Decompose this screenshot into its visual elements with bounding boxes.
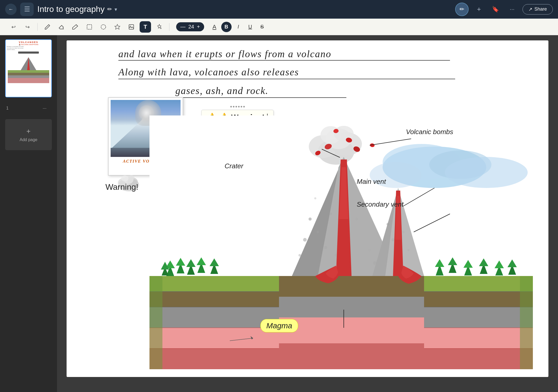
svg-point-46 — [360, 230, 363, 234]
page-more-button[interactable]: ··· — [38, 102, 51, 114]
main-layout: VOLCANOES 🌋 VOLCANIC ERUPTIONS A volcano… — [0, 35, 558, 392]
italic-button[interactable]: I — [233, 22, 244, 32]
text-tool-button[interactable]: T — [140, 21, 151, 33]
add-page-label: Add page — [20, 137, 38, 142]
font-size-decrease-button[interactable]: — — [180, 24, 185, 30]
thumbnail-content: VOLCANOES 🌋 VOLCANIC ERUPTIONS A volcano… — [6, 40, 51, 97]
svg-marker-79 — [149, 276, 162, 369]
page-more-icon: ··· — [42, 106, 46, 111]
svg-rect-61 — [149, 349, 279, 369]
header-left: ← ☰ Intro to geography ✏ ▾ — [5, 3, 451, 16]
svg-point-4 — [130, 26, 131, 26]
pencil-tool-button[interactable] — [70, 21, 81, 33]
svg-point-45 — [355, 218, 358, 220]
magic-tool-button[interactable] — [154, 21, 165, 33]
thumb-subtitle: 🌋 VOLCANIC ERUPTIONS — [6, 43, 51, 45]
svg-point-21 — [445, 157, 528, 188]
svg-point-40 — [324, 246, 327, 249]
undo-button[interactable]: ↩ — [8, 21, 19, 33]
svg-point-39 — [303, 238, 307, 242]
drag-handle[interactable] — [230, 106, 245, 107]
svg-point-38 — [317, 231, 319, 233]
svg-rect-8 — [8, 78, 49, 83]
magma-label: Magma — [260, 319, 298, 332]
underline-icon: U — [248, 24, 252, 30]
add-page-button[interactable]: + Add page — [5, 119, 52, 150]
undo-icon: ↩ — [11, 24, 16, 30]
canvas-area: and lava when it erupts or flows from a … — [57, 35, 558, 392]
pen-icon — [44, 24, 51, 30]
hw-text-line1: and lava when it erupts or flows from a … — [118, 48, 331, 60]
star-icon — [114, 24, 120, 30]
svg-point-52 — [387, 223, 389, 226]
svg-point-41 — [330, 213, 332, 215]
bold-button[interactable]: B — [221, 22, 232, 32]
pen-tool-button[interactable] — [42, 21, 53, 33]
back-icon: ← — [8, 6, 13, 12]
volcanic-bombs-label: Volcanic bombs — [406, 128, 453, 136]
header-right: ✏ + 🔖 ··· ↗ Share — [455, 3, 553, 16]
thumb-text: A volcano is an opening in the earth's c… — [6, 46, 51, 50]
svg-point-55 — [407, 249, 410, 251]
eraser-icon — [58, 24, 65, 30]
strikethrough-icon: S — [260, 24, 264, 30]
share-icon: ↗ — [528, 6, 532, 12]
add-icon: + — [477, 5, 481, 13]
main-vent-label: Main vent — [357, 178, 386, 186]
toolbar-separator-2 — [169, 23, 169, 31]
page-canvas[interactable]: and lava when it erupts or flows from a … — [67, 40, 548, 377]
page-thumbnail-1[interactable]: VOLCANOES 🌋 VOLCANIC ERUPTIONS A volcano… — [5, 39, 52, 97]
svg-rect-70 — [279, 343, 424, 369]
toolbar-separator-1 — [37, 23, 38, 31]
share-label: Share — [534, 6, 547, 12]
select-tool-button[interactable] — [84, 21, 95, 33]
redo-icon: ↪ — [25, 24, 30, 30]
svg-point-15 — [121, 175, 128, 182]
star-tool-button[interactable] — [112, 21, 123, 33]
strikethrough-button[interactable]: S — [257, 22, 267, 32]
thumb-diagram-svg — [6, 55, 51, 83]
back-button[interactable]: ← — [5, 4, 17, 15]
font-size-increase-button[interactable]: + — [197, 24, 200, 30]
warning-canvas-label: Warning! — [105, 182, 138, 192]
secondary-vent-label: Secondary vent — [357, 200, 404, 208]
underline-button[interactable]: U — [245, 22, 255, 32]
volcano-diagram-svg — [149, 115, 533, 369]
share-button[interactable]: ↗ Share — [523, 4, 553, 14]
page-number: 1 — [6, 106, 9, 111]
lasso-tool-button[interactable] — [98, 21, 109, 33]
font-size-value: 24 — [188, 24, 195, 30]
avatar-pencil-icon: ✏ — [460, 6, 464, 13]
underline-3 — [175, 97, 346, 98]
magic-icon — [156, 24, 162, 30]
add-page-plus-icon: + — [26, 127, 31, 135]
redo-button[interactable]: ↪ — [22, 21, 33, 33]
bookmark-button[interactable]: 🔖 — [489, 3, 502, 16]
svg-point-44 — [314, 197, 316, 199]
underline-1 — [118, 60, 450, 61]
bookmark-icon: 🔖 — [492, 6, 499, 13]
font-color-button[interactable]: A — [209, 22, 220, 32]
italic-icon: I — [238, 24, 239, 30]
header: ← ☰ Intro to geography ✏ ▾ ✏ + 🔖 ··· ↗ S… — [0, 0, 558, 19]
eraser-tool-button[interactable] — [56, 21, 67, 33]
title-pencil-icon: ✏ — [107, 6, 112, 13]
crater-label: Crater — [225, 162, 243, 170]
avatar-button[interactable]: ✏ — [455, 3, 469, 16]
font-size-control: — 24 + — [176, 22, 204, 31]
add-page-header-button[interactable]: + — [473, 3, 485, 16]
more-options-button[interactable]: ··· — [506, 3, 518, 16]
image-icon — [128, 24, 134, 30]
image-tool-button[interactable] — [126, 21, 137, 33]
title-chevron-icon[interactable]: ▾ — [115, 6, 117, 12]
svg-rect-0 — [87, 25, 92, 29]
font-color-icon: A — [212, 24, 216, 30]
thumb-title: VOLCANOES — [6, 40, 51, 43]
more-icon: ··· — [510, 6, 514, 13]
sidebar: VOLCANOES 🌋 VOLCANIC ERUPTIONS A volcano… — [0, 35, 57, 392]
svg-point-1 — [101, 25, 106, 29]
svg-point-16 — [128, 175, 134, 180]
svg-point-47 — [368, 249, 371, 251]
toolbar: ↩ ↪ — [0, 19, 558, 35]
svg-marker-2 — [115, 24, 120, 29]
